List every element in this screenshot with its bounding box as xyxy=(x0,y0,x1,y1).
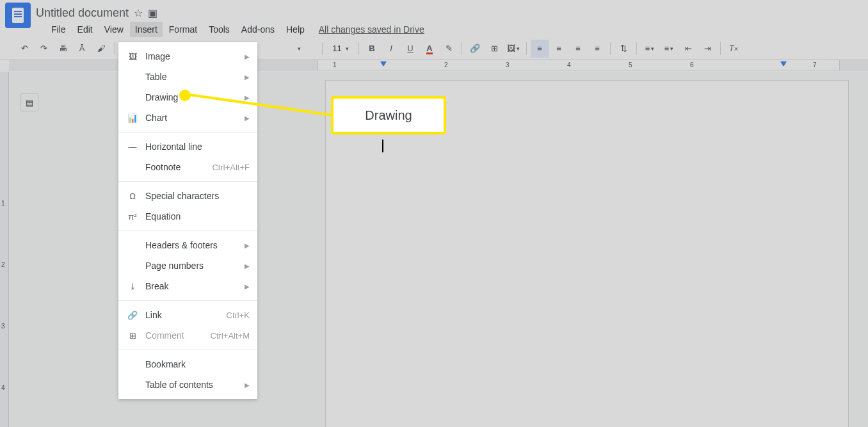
insert-menu-link[interactable]: 🔗LinkCtrl+K xyxy=(118,305,257,325)
insert-menu-table[interactable]: Table▶ xyxy=(118,67,257,87)
menu-item-label: Chart xyxy=(145,113,245,123)
menu-item-label: Headers & footers xyxy=(145,240,245,250)
line-icon: — xyxy=(126,142,139,152)
docs-logo[interactable] xyxy=(5,3,31,28)
increase-indent-button[interactable]: ⇥ xyxy=(698,40,716,58)
menu-view[interactable]: View xyxy=(99,22,129,37)
insert-menu-footnote[interactable]: FootnoteCtrl+Alt+F xyxy=(118,157,257,177)
submenu-arrow-icon: ▶ xyxy=(245,115,250,122)
menu-item-label: Drawing xyxy=(145,92,245,102)
align-right-button[interactable]: ≡ xyxy=(569,40,587,58)
submenu-arrow-icon: ▶ xyxy=(245,262,250,270)
print-button[interactable]: 🖶 xyxy=(54,40,72,58)
insert-menu-special-characters[interactable]: ΩSpecial characters xyxy=(118,186,257,206)
italic-button[interactable]: I xyxy=(382,40,400,58)
menu-item-label: Image xyxy=(145,51,245,61)
menu-item-label: Bookmark xyxy=(145,359,250,369)
menu-item-label: Link xyxy=(145,310,227,320)
menu-item-label: Special characters xyxy=(145,191,250,201)
shortcut-label: Ctrl+Alt+M xyxy=(211,331,250,341)
submenu-arrow-icon: ▶ xyxy=(245,74,250,81)
chart-icon: 📊 xyxy=(126,113,139,123)
submenu-arrow-icon: ▶ xyxy=(245,382,250,389)
paint-format-button[interactable]: 🖌 xyxy=(92,40,110,58)
menu-item-label: Page numbers xyxy=(145,261,245,271)
break-icon: ⤓ xyxy=(126,282,139,291)
annotation-dot xyxy=(179,90,191,101)
submenu-arrow-icon: ▶ xyxy=(245,53,250,60)
insert-image-button[interactable]: 🖼▾ xyxy=(504,40,522,58)
align-left-button[interactable]: ≡ xyxy=(531,40,549,58)
move-icon[interactable]: ▣ xyxy=(148,7,157,19)
align-justify-button[interactable]: ≡ xyxy=(588,40,606,58)
shortcut-label: Ctrl+Alt+F xyxy=(212,163,250,172)
submenu-arrow-icon: ▶ xyxy=(245,242,250,249)
submenu-arrow-icon: ▶ xyxy=(245,283,250,290)
line-spacing-button[interactable]: ⇅ xyxy=(615,40,632,58)
menu-file[interactable]: File xyxy=(46,22,71,37)
menu-item-label: Table of contents xyxy=(145,380,245,390)
submenu-arrow-icon: ▶ xyxy=(245,94,250,101)
menu-item-label: Table xyxy=(145,72,245,82)
document-title[interactable]: Untitled document xyxy=(36,6,129,20)
text-cursor xyxy=(382,140,383,152)
insert-menu-chart[interactable]: 📊Chart▶ xyxy=(118,108,257,128)
insert-menu-headers-footers[interactable]: Headers & footers▶ xyxy=(118,235,257,255)
omega-icon: Ω xyxy=(126,191,139,201)
numbered-list-button[interactable]: ≡▾ xyxy=(641,40,659,58)
comment-icon: ⊞ xyxy=(126,331,139,341)
bold-button[interactable]: B xyxy=(363,40,381,58)
spellcheck-button[interactable]: Ā xyxy=(73,40,91,58)
font-selector[interactable]: ▾ xyxy=(280,41,318,56)
insert-link-button[interactable]: 🔗 xyxy=(466,40,484,58)
menu-help[interactable]: Help xyxy=(281,22,310,37)
menu-insert[interactable]: Insert xyxy=(130,22,163,37)
save-status[interactable]: All changes saved in Drive xyxy=(319,24,424,35)
redo-button[interactable]: ↷ xyxy=(35,40,52,58)
title-bar: Untitled document ☆ ▣ xyxy=(0,0,868,20)
insert-menu-break[interactable]: ⤓Break▶ xyxy=(118,276,257,296)
menu-item-label: Break xyxy=(145,281,245,291)
menu-addons[interactable]: Add-ons xyxy=(236,22,280,37)
menu-item-label: Footnote xyxy=(145,162,212,172)
decrease-indent-button[interactable]: ⇤ xyxy=(679,40,697,58)
shortcut-label: Ctrl+K xyxy=(227,310,250,320)
menu-item-label: Comment xyxy=(145,330,211,341)
insert-menu-image[interactable]: 🖼Image▶ xyxy=(118,46,257,67)
outline-toggle-button[interactable]: ▤ xyxy=(20,93,38,111)
star-icon[interactable]: ☆ xyxy=(134,7,143,19)
insert-menu-page-numbers[interactable]: Page numbers▶ xyxy=(118,255,257,276)
clear-formatting-button[interactable]: T× xyxy=(725,40,743,58)
insert-menu-comment[interactable]: ⊞CommentCtrl+Alt+M xyxy=(118,325,257,346)
pi-icon: π² xyxy=(126,212,139,222)
menu-tools[interactable]: Tools xyxy=(204,22,235,37)
insert-menu-horizontal-line[interactable]: —Horizontal line xyxy=(118,136,257,157)
vertical-ruler[interactable]: 1 2 3 4 xyxy=(0,72,9,427)
menu-item-label: Horizontal line xyxy=(145,141,250,152)
annotation-callout: Drawing xyxy=(331,96,446,134)
menu-format[interactable]: Format xyxy=(164,22,202,37)
undo-button[interactable]: ↶ xyxy=(15,40,33,58)
insert-menu-equation[interactable]: π²Equation xyxy=(118,206,257,227)
menu-bar: File Edit View Insert Format Tools Add-o… xyxy=(0,20,868,37)
insert-comment-button[interactable]: ⊞ xyxy=(485,40,503,58)
link-icon: 🔗 xyxy=(126,310,139,320)
insert-menu-bookmark[interactable]: Bookmark xyxy=(118,354,257,375)
bulleted-list-button[interactable]: ≡▾ xyxy=(660,40,678,58)
insert-menu-table-of-contents[interactable]: Table of contents▶ xyxy=(118,375,257,395)
align-center-button[interactable]: ≡ xyxy=(550,40,568,58)
text-color-button[interactable]: A xyxy=(421,40,438,58)
image-icon: 🖼 xyxy=(126,52,139,61)
underline-button[interactable]: U xyxy=(401,40,419,58)
font-size-selector[interactable]: 11▾ xyxy=(326,41,355,56)
menu-item-label: Equation xyxy=(145,211,250,222)
menu-edit[interactable]: Edit xyxy=(72,22,98,37)
highlight-button[interactable]: ✎ xyxy=(440,40,458,58)
